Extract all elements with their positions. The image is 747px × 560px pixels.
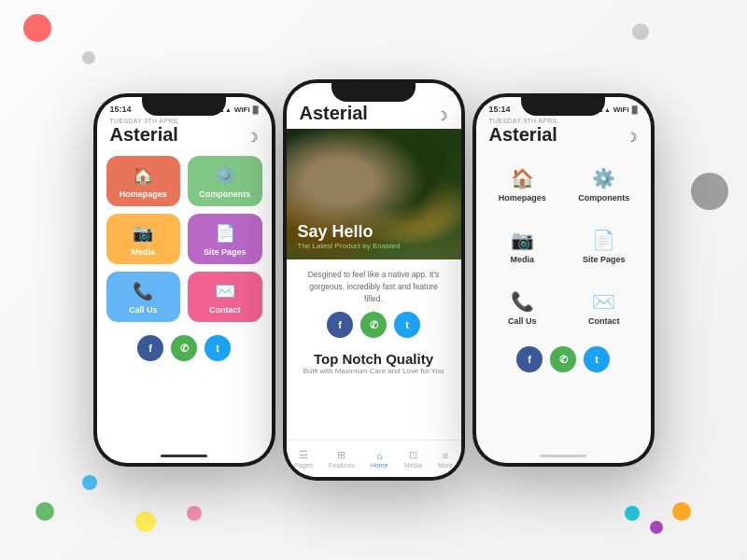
nav-media-label: Media — [404, 462, 422, 469]
callus-label: Call Us — [129, 305, 158, 315]
nav-features-label: Features — [329, 462, 355, 469]
nav-media-icon: ⊡ — [409, 449, 417, 461]
light-item-callus[interactable]: 📞 Call Us — [486, 279, 560, 333]
twitter-btn-2[interactable]: t — [394, 312, 420, 338]
homepages-label: Homepages — [120, 189, 167, 199]
twitter-btn-1[interactable]: t — [204, 335, 231, 361]
phone-2-content: Desgined to feel like a native app. It's… — [287, 259, 461, 388]
light-item-components[interactable]: ⚙️ Components — [567, 156, 641, 210]
phone-btn-1[interactable]: ✆ — [171, 335, 197, 361]
light-callus-label: Call Us — [508, 316, 537, 326]
contact-icon: ✉️ — [215, 281, 235, 301]
phone-1-header: Tuesday 9th April Asterial ☽ — [97, 116, 272, 150]
light-contact-icon: ✉️ — [592, 290, 615, 313]
phone-2-frame: — Asterial ☽ Say Hello The Latest Produc… — [283, 79, 465, 481]
phone-3-social-row: f ✆ t — [476, 339, 651, 376]
menu-item-media[interactable]: 📷 Media — [106, 214, 181, 264]
phone-1-menu-grid: 🏠 Homepages ⚙️ Components 📷 Media 📄 Site… — [97, 150, 272, 328]
phone-1-title: Asterial — [110, 124, 179, 145]
phone-1-dark-mode-icon[interactable]: ☽ — [247, 130, 259, 145]
nav-home[interactable]: ⌂ Home — [371, 450, 388, 469]
phone-btn-3[interactable]: ✆ — [550, 346, 576, 372]
phone-3-time: 15:14 — [489, 105, 511, 114]
light-components-label: Components — [578, 193, 629, 203]
light-contact-label: Contact — [588, 316, 620, 326]
phone-1-date: Tuesday 9th April — [110, 118, 179, 124]
phone-1-time: 15:14 — [110, 105, 132, 114]
menu-item-callus[interactable]: 📞 Call Us — [106, 272, 181, 322]
light-item-contact[interactable]: ✉️ Contact — [567, 279, 641, 333]
light-item-sitepages[interactable]: 📄 Site Pages — [567, 217, 641, 272]
menu-item-contact[interactable]: ✉️ Contact — [188, 272, 262, 322]
section-sub: Built with Maximum Care and Love for You — [300, 367, 448, 375]
section-title: Top Notch Quality — [300, 351, 448, 367]
phone-3-frame: 15:14 ▲▲▲ WiFi ▓ Tuesday 9th April Aster… — [472, 93, 655, 467]
facebook-btn-3[interactable]: f — [516, 346, 543, 372]
phone-3-title: Asterial — [489, 124, 558, 145]
phone-3-dark-mode-icon[interactable]: ☽ — [626, 130, 638, 145]
battery-icon-3: ▓ — [632, 105, 638, 114]
nav-media[interactable]: ⊡ Media — [404, 449, 422, 469]
phone-2-notch — [331, 79, 416, 102]
wifi-icon: WiFi — [234, 105, 250, 114]
nav-more-label: More — [438, 462, 453, 469]
hero-text: Say Hello The Latest Product by Enabled — [298, 222, 401, 250]
hero-image: Say Hello The Latest Product by Enabled — [287, 129, 461, 259]
nav-more[interactable]: ≡ More — [438, 450, 453, 469]
phone-1-notch — [142, 93, 226, 116]
battery-icon: ▓ — [253, 105, 259, 114]
hero-title: Say Hello — [298, 222, 401, 242]
nav-pages[interactable]: ☰ Pages — [294, 449, 313, 469]
phone-1-home-indicator — [161, 455, 207, 457]
nav-features-icon: ⊞ — [337, 449, 345, 461]
phone-2-title: Asterial — [300, 103, 368, 123]
light-callus-icon: 📞 — [511, 290, 534, 313]
light-components-icon: ⚙️ — [592, 167, 615, 189]
phone-3-date: Tuesday 9th April — [489, 118, 558, 124]
nav-pages-label: Pages — [294, 462, 313, 469]
sitepages-label: Site Pages — [204, 247, 247, 257]
media-label: Media — [131, 247, 155, 257]
homepages-icon: 🏠 — [133, 165, 153, 186]
components-label: Components — [199, 189, 250, 199]
callus-icon: 📞 — [133, 281, 153, 301]
phone-2-dark-mode-icon[interactable]: ☽ — [436, 108, 448, 123]
wifi-icon-3: WiFi — [613, 105, 629, 114]
hero-subtitle: The Latest Product by Enabled — [298, 242, 401, 250]
phone-1-wrapper: 15:14 ▲▲▲ WiFi ▓ Tuesday 9th April Aster… — [93, 93, 275, 467]
twitter-btn-3[interactable]: t — [584, 346, 610, 372]
menu-item-homepages[interactable]: 🏠 Homepages — [106, 156, 181, 206]
nav-features[interactable]: ⊞ Features — [329, 449, 355, 469]
facebook-btn-1[interactable]: f — [137, 335, 163, 361]
nav-home-label: Home — [371, 462, 388, 469]
phone-2-social-row: f ✆ t — [300, 304, 448, 342]
bottom-nav: ☰ Pages ⊞ Features ⌂ Home ⊡ Media — [287, 440, 461, 477]
phone-3-header: Tuesday 9th April Asterial ☽ — [476, 116, 651, 150]
light-item-media[interactable]: 📷 Media — [486, 217, 560, 272]
sitepages-icon: 📄 — [215, 223, 235, 244]
phone-2-screen: — Asterial ☽ Say Hello The Latest Produc… — [287, 83, 461, 477]
phone-2-header: Asterial ☽ — [287, 103, 461, 129]
nav-home-icon: ⌂ — [376, 450, 383, 461]
light-media-label: Media — [510, 255, 534, 264]
phone-3-wrapper: 15:14 ▲▲▲ WiFi ▓ Tuesday 9th April Aster… — [472, 93, 655, 467]
light-homepages-icon: 🏠 — [511, 167, 534, 189]
light-sitepages-label: Site Pages — [583, 255, 626, 264]
phone-3-home-indicator — [540, 455, 586, 457]
phone-2-description: Desgined to feel like a native app. It's… — [300, 269, 448, 304]
phone-btn-2[interactable]: ✆ — [360, 312, 387, 338]
menu-item-sitepages[interactable]: 📄 Site Pages — [188, 214, 262, 264]
menu-item-components[interactable]: ⚙️ Components — [188, 156, 262, 206]
nav-more-icon: ≡ — [443, 450, 448, 461]
contact-label: Contact — [209, 305, 241, 315]
phone-3-screen: 15:14 ▲▲▲ WiFi ▓ Tuesday 9th April Aster… — [476, 97, 651, 463]
light-media-icon: 📷 — [511, 229, 534, 251]
phones-container: 15:14 ▲▲▲ WiFi ▓ Tuesday 9th April Aster… — [0, 0, 747, 560]
components-icon: ⚙️ — [215, 165, 235, 186]
media-icon: 📷 — [133, 223, 153, 244]
light-item-homepages[interactable]: 🏠 Homepages — [486, 156, 560, 210]
nav-pages-icon: ☰ — [299, 449, 308, 461]
facebook-btn-2[interactable]: f — [327, 312, 353, 338]
phone-3-light-grid: 🏠 Homepages ⚙️ Components 📷 Media 📄 Site… — [476, 150, 651, 339]
light-sitepages-icon: 📄 — [592, 229, 615, 251]
